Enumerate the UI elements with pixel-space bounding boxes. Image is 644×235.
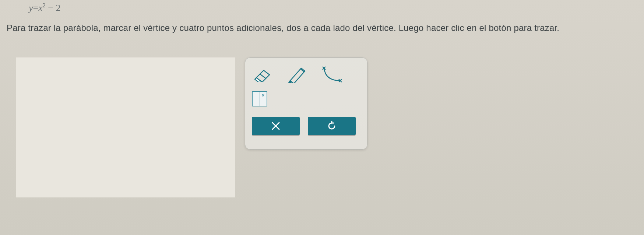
clear-button[interactable] [252, 117, 300, 135]
svg-line-92 [260, 74, 266, 78]
undo-icon [327, 121, 337, 131]
equation-base: x [38, 3, 43, 13]
equation-display: y=x2 − 2 [29, 2, 60, 14]
equation-eq: = [33, 3, 39, 13]
pencil-icon [288, 66, 307, 83]
equation-const: 2 [56, 3, 60, 13]
close-icon [271, 121, 281, 131]
eraser-tool[interactable] [252, 65, 274, 84]
reset-button[interactable] [308, 117, 356, 135]
drawing-toolbox: × [245, 57, 367, 150]
equation-lhs: y [29, 3, 33, 13]
equation-exponent: 2 [43, 2, 46, 8]
instructions-text: Para trazar la parábola, marcar el vérti… [7, 23, 559, 33]
grid-x-mark: × [262, 93, 264, 98]
grid-plot-tool[interactable]: × [252, 91, 267, 106]
eraser-icon [253, 67, 272, 82]
pencil-tool[interactable] [286, 65, 309, 84]
graph-canvas[interactable]: -12-10-8-6-4-224681012-4-224681012xy [16, 57, 235, 197]
tool-row-1 [252, 63, 360, 86]
equation-minus: − [48, 3, 53, 13]
action-button-row [252, 117, 360, 135]
graph-background [16, 57, 235, 197]
curve-tool[interactable] [321, 65, 343, 84]
curve-icon [322, 66, 342, 83]
